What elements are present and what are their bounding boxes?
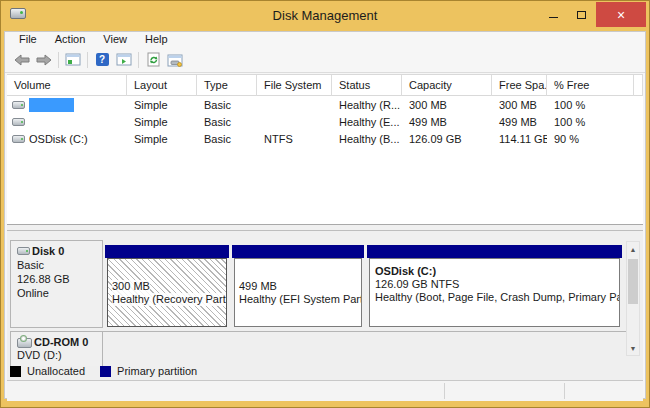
- rescan-disks-button[interactable]: [164, 50, 186, 70]
- cell-type: Basic: [197, 99, 257, 111]
- maximize-icon: [577, 11, 586, 19]
- volume-drive-icon: [12, 118, 25, 126]
- menu-item-view[interactable]: View: [94, 32, 136, 47]
- legend-label-primary-partition: Primary partition: [117, 365, 197, 377]
- cell-type: Basic: [197, 133, 257, 145]
- partition-osdisk[interactable]: OSDisk (C:) 126.09 GB NTFS Healthy (Boot…: [367, 245, 622, 327]
- column-header-volume[interactable]: Volume: [7, 75, 127, 96]
- menu-item-help[interactable]: Help: [136, 32, 177, 47]
- maximize-button[interactable]: [569, 2, 593, 27]
- help-button[interactable]: ?: [91, 50, 113, 70]
- minimize-icon: [549, 17, 558, 18]
- menu-item-file[interactable]: File: [10, 32, 46, 47]
- partition-status: Healthy (Recovery Parti: [112, 293, 227, 306]
- partition-size: 300 MB: [112, 280, 150, 293]
- cdrom-media: DVD (D:): [17, 349, 102, 362]
- menu-item-action[interactable]: Action: [46, 32, 95, 47]
- column-header-pct-free[interactable]: % Free: [547, 75, 634, 96]
- partition-status: Healthy (EFI System Partit: [239, 293, 362, 306]
- cell-capacity: 499 MB: [402, 116, 492, 128]
- cell-type: Basic: [197, 116, 257, 128]
- menubar: File Action View Help: [5, 32, 645, 47]
- partition-status: Healthy (Boot, Page File, Crash Dump, Pr…: [375, 291, 620, 304]
- column-header-type[interactable]: Type: [197, 75, 257, 96]
- show-action-pane-button[interactable]: [113, 50, 135, 70]
- column-header-file-system[interactable]: File System: [257, 75, 332, 96]
- volume-drive-icon: [12, 135, 25, 143]
- graphical-view-scrollbar[interactable]: ▲ ▼: [626, 241, 640, 356]
- scroll-down-icon[interactable]: ▼: [627, 341, 639, 355]
- scrollbar-thumb[interactable]: [628, 259, 638, 304]
- cell-capacity: 300 MB: [402, 99, 492, 111]
- primary-partition-swatch: [100, 366, 111, 377]
- cell-volume: [7, 98, 127, 112]
- cell-capacity: 126.09 GB: [402, 133, 492, 145]
- back-arrow-icon: [14, 54, 30, 66]
- column-header-free-space[interactable]: Free Spa...: [492, 75, 547, 96]
- help-icon: ?: [96, 53, 109, 66]
- partition-efi-system[interactable]: 499 MB Healthy (EFI System Partit: [232, 245, 364, 327]
- minimize-button[interactable]: [541, 2, 565, 27]
- cell-file-system: NTFS: [257, 133, 332, 145]
- legend: Unallocated Primary partition: [10, 363, 197, 379]
- table-row-recovery-volume[interactable]: Simple Basic Healthy (R... 300 MB 300 MB…: [7, 96, 643, 113]
- graphical-view-pane: Disk 0 Basic 126.88 GB Online 300 MB Hea…: [7, 231, 643, 380]
- disk0-name: Disk 0: [32, 244, 64, 258]
- scroll-up-icon[interactable]: ▲: [627, 242, 639, 256]
- cdrom-name: CD-ROM 0: [34, 336, 88, 349]
- volume-drive-icon: [12, 101, 25, 109]
- volume-list: Volume Layout Type File System Status Ca…: [7, 74, 643, 224]
- column-header-layout[interactable]: Layout: [127, 75, 197, 96]
- volume-name: OSDisk (C:): [29, 133, 88, 145]
- cell-free-space: 114.11 GB: [492, 133, 547, 145]
- show-console-tree-button[interactable]: [62, 50, 84, 70]
- table-row-efi-volume[interactable]: Simple Basic Healthy (E... 499 MB 499 MB…: [7, 113, 643, 130]
- column-header-status[interactable]: Status: [332, 75, 402, 96]
- cell-volume: OSDisk (C:): [7, 133, 127, 145]
- legend-label-unallocated: Unallocated: [27, 365, 85, 377]
- disk-management-window: Disk Management × File Action View Help: [0, 0, 650, 408]
- partition-name: OSDisk (C:): [375, 265, 436, 278]
- client-area: File Action View Help: [4, 31, 646, 399]
- pane-splitter[interactable]: [7, 224, 643, 231]
- status-bar: [7, 380, 643, 401]
- cell-pct-free: 100 %: [547, 116, 634, 128]
- cdrom-row: CD-ROM 0 DVD (D:): [10, 331, 627, 365]
- partition-recovery[interactable]: 300 MB Healthy (Recovery Parti: [105, 245, 229, 327]
- disk0-header-panel[interactable]: Disk 0 Basic 126.88 GB Online: [10, 240, 103, 328]
- partition-color-bar: [232, 245, 364, 258]
- action-pane-icon: [116, 53, 132, 66]
- toolbar-separator: [87, 52, 88, 68]
- partition-color-bar: [105, 245, 229, 258]
- cell-status: Healthy (R...: [332, 99, 402, 111]
- cell-status: Healthy (B...: [332, 133, 402, 145]
- cell-volume: [7, 118, 127, 126]
- cell-free-space: 300 MB: [492, 99, 547, 111]
- disk0-type: Basic: [17, 258, 102, 272]
- forward-button[interactable]: [33, 50, 55, 70]
- cell-layout: Simple: [127, 116, 197, 128]
- disk-icon: [17, 247, 30, 255]
- table-row-osdisk[interactable]: OSDisk (C:) Simple Basic NTFS Healthy (B…: [7, 130, 643, 147]
- close-button[interactable]: ×: [596, 2, 646, 27]
- toolbar-separator: [138, 52, 139, 68]
- disk0-status: Online: [17, 286, 102, 300]
- refresh-button[interactable]: [142, 50, 164, 70]
- console-tree-icon: [65, 53, 81, 66]
- back-button[interactable]: [11, 50, 33, 70]
- partition-size: 499 MB: [239, 280, 277, 293]
- column-header-capacity[interactable]: Capacity: [402, 75, 492, 96]
- cell-status: Healthy (E...: [332, 116, 402, 128]
- cell-layout: Simple: [127, 99, 197, 111]
- titlebar[interactable]: Disk Management ×: [1, 1, 649, 31]
- cell-free-space: 499 MB: [492, 116, 547, 128]
- cdrom-header-panel[interactable]: CD-ROM 0 DVD (D:): [10, 332, 103, 366]
- partition-size: 126.09 GB NTFS: [375, 278, 459, 291]
- selected-volume-name-box[interactable]: [29, 98, 74, 112]
- partition-color-bar: [367, 245, 622, 258]
- forward-arrow-icon: [36, 54, 52, 66]
- toolbar-separator: [58, 52, 59, 68]
- cell-pct-free: 100 %: [547, 99, 634, 111]
- disk0-size: 126.88 GB: [17, 272, 102, 286]
- unallocated-swatch: [10, 366, 21, 377]
